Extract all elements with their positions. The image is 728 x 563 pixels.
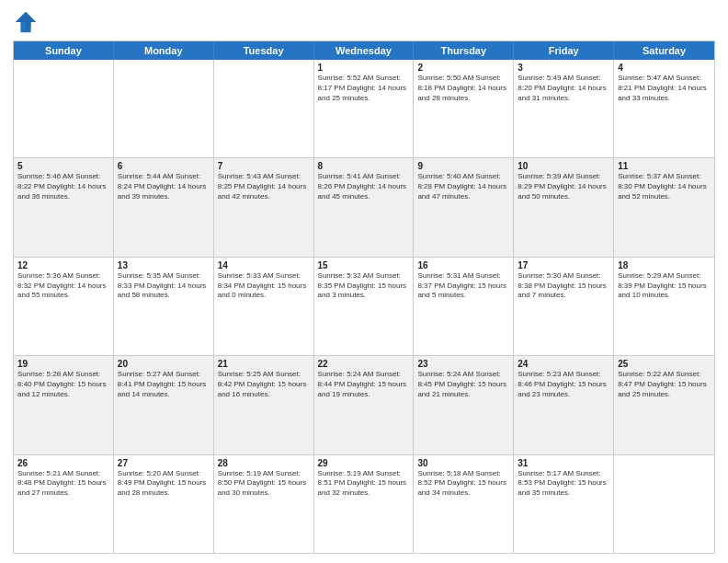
- calendar-cell-r1-c2: 7Sunrise: 5:43 AM Sunset: 8:25 PM Daylig…: [214, 158, 314, 256]
- cell-info: Sunrise: 5:33 AM Sunset: 8:34 PM Dayligh…: [218, 271, 310, 301]
- calendar-row-1: 5Sunrise: 5:46 AM Sunset: 8:22 PM Daylig…: [14, 157, 714, 256]
- cell-info: Sunrise: 5:22 AM Sunset: 8:47 PM Dayligh…: [618, 370, 711, 399]
- day-number: 5: [17, 161, 109, 171]
- day-number: 3: [518, 63, 609, 73]
- day-number: 20: [118, 359, 210, 369]
- day-number: 29: [318, 458, 410, 468]
- calendar-header: SundayMondayTuesdayWednesdayThursdayFrid…: [14, 41, 714, 60]
- cell-info: Sunrise: 5:27 AM Sunset: 8:41 PM Dayligh…: [118, 370, 210, 399]
- calendar-cell-r0-c4: 2Sunrise: 5:50 AM Sunset: 8:18 PM Daylig…: [414, 60, 514, 157]
- calendar-cell-r3-c6: 25Sunrise: 5:22 AM Sunset: 8:47 PM Dayli…: [614, 356, 714, 454]
- calendar-cell-r2-c1: 13Sunrise: 5:35 AM Sunset: 8:33 PM Dayli…: [114, 258, 214, 355]
- day-number: 17: [518, 260, 609, 270]
- cell-info: Sunrise: 5:17 AM Sunset: 8:53 PM Dayligh…: [518, 469, 609, 499]
- day-number: 7: [218, 161, 310, 171]
- calendar-cell-r3-c4: 23Sunrise: 5:24 AM Sunset: 8:45 PM Dayli…: [414, 356, 514, 454]
- day-number: 2: [417, 63, 509, 73]
- svg-marker-1: [16, 12, 36, 32]
- cell-info: Sunrise: 5:39 AM Sunset: 8:29 PM Dayligh…: [518, 172, 609, 201]
- calendar-cell-r3-c2: 21Sunrise: 5:25 AM Sunset: 8:42 PM Dayli…: [214, 356, 314, 454]
- calendar-cell-r1-c6: 11Sunrise: 5:37 AM Sunset: 8:30 PM Dayli…: [614, 158, 714, 256]
- calendar-row-0: 1Sunrise: 5:52 AM Sunset: 8:17 PM Daylig…: [14, 60, 714, 157]
- calendar-row-4: 26Sunrise: 5:21 AM Sunset: 8:48 PM Dayli…: [14, 454, 714, 553]
- calendar-cell-r1-c1: 6Sunrise: 5:44 AM Sunset: 8:24 PM Daylig…: [114, 158, 214, 256]
- day-number: 26: [17, 458, 109, 468]
- calendar-body: 1Sunrise: 5:52 AM Sunset: 8:17 PM Daylig…: [14, 60, 714, 553]
- calendar-cell-r0-c6: 4Sunrise: 5:47 AM Sunset: 8:21 PM Daylig…: [614, 60, 714, 157]
- calendar-cell-r2-c3: 15Sunrise: 5:32 AM Sunset: 8:35 PM Dayli…: [314, 258, 415, 355]
- header-day-sunday: Sunday: [14, 41, 114, 60]
- calendar-cell-r4-c3: 29Sunrise: 5:19 AM Sunset: 8:51 PM Dayli…: [314, 455, 415, 553]
- cell-info: Sunrise: 5:23 AM Sunset: 8:46 PM Dayligh…: [518, 370, 609, 399]
- header-day-tuesday: Tuesday: [214, 41, 314, 60]
- day-number: 18: [618, 260, 711, 270]
- day-number: 19: [17, 359, 109, 369]
- day-number: 21: [218, 359, 310, 369]
- calendar-cell-r3-c3: 22Sunrise: 5:24 AM Sunset: 8:44 PM Dayli…: [314, 356, 415, 454]
- cell-info: Sunrise: 5:52 AM Sunset: 8:17 PM Dayligh…: [318, 74, 410, 103]
- calendar-cell-r2-c2: 14Sunrise: 5:33 AM Sunset: 8:34 PM Dayli…: [214, 258, 314, 355]
- calendar-cell-r0-c5: 3Sunrise: 5:49 AM Sunset: 8:20 PM Daylig…: [514, 60, 614, 157]
- cell-info: Sunrise: 5:20 AM Sunset: 8:49 PM Dayligh…: [118, 469, 210, 499]
- header-day-wednesday: Wednesday: [314, 41, 415, 60]
- day-number: 12: [17, 260, 109, 270]
- calendar-cell-r4-c5: 31Sunrise: 5:17 AM Sunset: 8:53 PM Dayli…: [514, 455, 614, 553]
- cell-info: Sunrise: 5:18 AM Sunset: 8:52 PM Dayligh…: [417, 469, 509, 499]
- calendar-row-2: 12Sunrise: 5:36 AM Sunset: 8:32 PM Dayli…: [14, 257, 714, 355]
- calendar: SundayMondayTuesdayWednesdayThursdayFrid…: [13, 40, 715, 554]
- calendar-cell-r2-c0: 12Sunrise: 5:36 AM Sunset: 8:32 PM Dayli…: [14, 258, 114, 355]
- calendar-cell-r4-c0: 26Sunrise: 5:21 AM Sunset: 8:48 PM Dayli…: [14, 455, 114, 553]
- cell-info: Sunrise: 5:31 AM Sunset: 8:37 PM Dayligh…: [417, 271, 509, 301]
- cell-info: Sunrise: 5:25 AM Sunset: 8:42 PM Dayligh…: [218, 370, 310, 399]
- day-number: 4: [618, 63, 711, 73]
- cell-info: Sunrise: 5:50 AM Sunset: 8:18 PM Dayligh…: [417, 74, 509, 103]
- calendar-cell-r1-c0: 5Sunrise: 5:46 AM Sunset: 8:22 PM Daylig…: [14, 158, 114, 256]
- day-number: 8: [318, 161, 410, 171]
- day-number: 31: [518, 458, 609, 468]
- calendar-cell-r0-c2: [214, 60, 314, 157]
- calendar-cell-r0-c1: [114, 60, 214, 157]
- calendar-cell-r1-c4: 9Sunrise: 5:40 AM Sunset: 8:28 PM Daylig…: [414, 158, 514, 256]
- header-day-monday: Monday: [114, 41, 214, 60]
- cell-info: Sunrise: 5:30 AM Sunset: 8:38 PM Dayligh…: [518, 271, 609, 301]
- calendar-cell-r0-c0: [14, 60, 114, 157]
- calendar-cell-r2-c6: 18Sunrise: 5:29 AM Sunset: 8:39 PM Dayli…: [614, 258, 714, 355]
- day-number: 24: [518, 359, 609, 369]
- calendar-cell-r4-c6: [614, 455, 714, 553]
- cell-info: Sunrise: 5:24 AM Sunset: 8:45 PM Dayligh…: [417, 370, 509, 399]
- cell-info: Sunrise: 5:41 AM Sunset: 8:26 PM Dayligh…: [318, 172, 410, 201]
- calendar-cell-r4-c2: 28Sunrise: 5:19 AM Sunset: 8:50 PM Dayli…: [214, 455, 314, 553]
- cell-info: Sunrise: 5:28 AM Sunset: 8:40 PM Dayligh…: [17, 370, 109, 399]
- cell-info: Sunrise: 5:29 AM Sunset: 8:39 PM Dayligh…: [618, 271, 711, 301]
- header-day-friday: Friday: [514, 41, 614, 60]
- header-day-thursday: Thursday: [414, 41, 514, 60]
- calendar-cell-r0-c3: 1Sunrise: 5:52 AM Sunset: 8:17 PM Daylig…: [314, 60, 415, 157]
- day-number: 1: [318, 63, 410, 73]
- cell-info: Sunrise: 5:35 AM Sunset: 8:33 PM Dayligh…: [118, 271, 210, 301]
- calendar-cell-r3-c5: 24Sunrise: 5:23 AM Sunset: 8:46 PM Dayli…: [514, 356, 614, 454]
- cell-info: Sunrise: 5:37 AM Sunset: 8:30 PM Dayligh…: [618, 172, 711, 201]
- cell-info: Sunrise: 5:49 AM Sunset: 8:20 PM Dayligh…: [518, 74, 609, 103]
- day-number: 27: [118, 458, 210, 468]
- day-number: 13: [118, 260, 210, 270]
- cell-info: Sunrise: 5:19 AM Sunset: 8:50 PM Dayligh…: [218, 469, 310, 499]
- cell-info: Sunrise: 5:47 AM Sunset: 8:21 PM Dayligh…: [618, 74, 711, 103]
- calendar-cell-r3-c0: 19Sunrise: 5:28 AM Sunset: 8:40 PM Dayli…: [14, 356, 114, 454]
- logo: [13, 9, 42, 35]
- day-number: 11: [618, 161, 711, 171]
- cell-info: Sunrise: 5:32 AM Sunset: 8:35 PM Dayligh…: [318, 271, 410, 301]
- day-number: 25: [618, 359, 711, 369]
- day-number: 22: [318, 359, 410, 369]
- calendar-cell-r2-c5: 17Sunrise: 5:30 AM Sunset: 8:38 PM Dayli…: [514, 258, 614, 355]
- cell-info: Sunrise: 5:24 AM Sunset: 8:44 PM Dayligh…: [318, 370, 410, 399]
- page: SundayMondayTuesdayWednesdayThursdayFrid…: [0, 0, 728, 563]
- day-number: 10: [518, 161, 609, 171]
- day-number: 6: [118, 161, 210, 171]
- cell-info: Sunrise: 5:46 AM Sunset: 8:22 PM Dayligh…: [17, 172, 109, 201]
- calendar-cell-r2-c4: 16Sunrise: 5:31 AM Sunset: 8:37 PM Dayli…: [414, 258, 514, 355]
- logo-icon: [13, 9, 39, 35]
- calendar-cell-r1-c3: 8Sunrise: 5:41 AM Sunset: 8:26 PM Daylig…: [314, 158, 415, 256]
- day-number: 16: [417, 260, 509, 270]
- day-number: 30: [417, 458, 509, 468]
- day-number: 9: [417, 161, 509, 171]
